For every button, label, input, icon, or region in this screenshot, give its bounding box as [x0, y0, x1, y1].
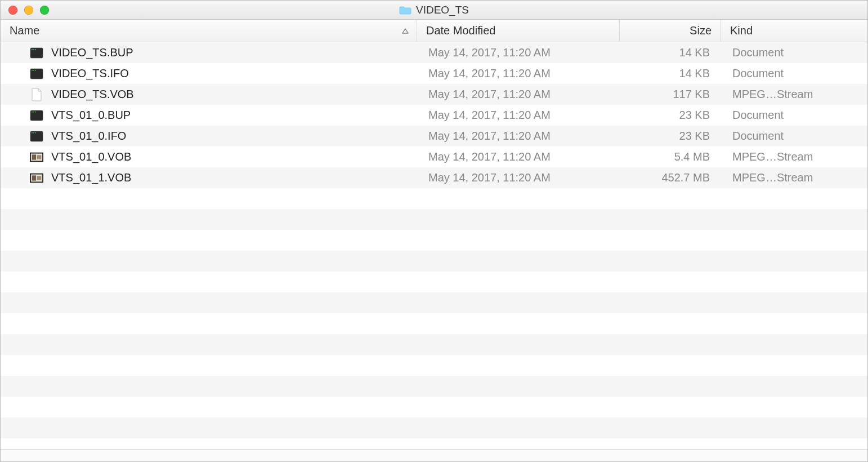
file-row[interactable]: VTS_01_1.VOBMay 14, 2017, 11:20 AM452.7 …	[1, 167, 867, 188]
file-row[interactable]: VIDEO_TS.VOBMay 14, 2017, 11:20 AM117 KB…	[1, 84, 867, 105]
column-header-date[interactable]: Date Modified	[417, 20, 620, 42]
column-header-name[interactable]: Name	[1, 20, 417, 42]
file-size: 5.4 MB	[620, 150, 721, 163]
file-icon	[30, 150, 43, 164]
file-date: May 14, 2017, 11:20 AM	[417, 109, 620, 122]
svg-rect-1	[32, 49, 33, 50]
file-name: VIDEO_TS.VOB	[51, 88, 134, 101]
file-kind: MPEG…Stream	[721, 171, 867, 184]
file-size: 23 KB	[620, 130, 721, 143]
svg-rect-10	[33, 112, 34, 112]
folder-icon	[399, 6, 411, 15]
file-date: May 14, 2017, 11:20 AM	[417, 150, 620, 163]
empty-row	[1, 230, 867, 251]
empty-row	[1, 292, 867, 313]
file-kind: Document	[721, 109, 867, 122]
file-date: May 14, 2017, 11:20 AM	[417, 67, 620, 80]
file-date: May 14, 2017, 11:20 AM	[417, 88, 620, 101]
column-header-kind-label: Kind	[730, 24, 753, 37]
svg-rect-23	[37, 176, 41, 180]
svg-rect-15	[35, 132, 36, 133]
svg-rect-11	[35, 112, 36, 112]
empty-row	[1, 272, 867, 292]
file-row[interactable]: VTS_01_0.IFOMay 14, 2017, 11:20 AM23 KBD…	[1, 126, 867, 146]
empty-row	[1, 334, 867, 355]
file-row[interactable]: VIDEO_TS.IFOMay 14, 2017, 11:20 AM14 KBD…	[1, 63, 867, 84]
file-name: VTS_01_0.BUP	[51, 109, 131, 122]
svg-rect-5	[32, 70, 33, 70]
file-name: VTS_01_0.IFO	[51, 130, 126, 143]
column-header-row: Name Date Modified Size Kind	[1, 20, 867, 42]
file-size: 452.7 MB	[620, 171, 721, 184]
file-date: May 14, 2017, 11:20 AM	[417, 171, 620, 184]
file-kind: Document	[721, 46, 867, 59]
status-bar	[1, 449, 867, 461]
file-icon	[30, 88, 43, 101]
file-kind: MPEG…Stream	[721, 88, 867, 101]
column-header-kind[interactable]: Kind	[721, 20, 867, 42]
traffic-lights	[1, 6, 49, 15]
svg-rect-7	[35, 70, 36, 70]
file-kind: Document	[721, 130, 867, 143]
column-header-size[interactable]: Size	[620, 20, 721, 42]
file-date: May 14, 2017, 11:20 AM	[417, 46, 620, 59]
svg-rect-22	[32, 175, 36, 180]
empty-row	[1, 417, 867, 438]
file-kind: Document	[721, 67, 867, 80]
close-window-button[interactable]	[8, 6, 17, 15]
file-name: VTS_01_0.VOB	[51, 150, 131, 163]
titlebar[interactable]: VIDEO_TS	[1, 1, 867, 20]
file-icon	[30, 67, 43, 81]
file-name: VTS_01_1.VOB	[51, 171, 131, 184]
svg-rect-9	[32, 112, 33, 112]
file-row[interactable]: VIDEO_TS.BUPMay 14, 2017, 11:20 AM14 KBD…	[1, 42, 867, 63]
empty-row	[1, 355, 867, 376]
column-header-name-label: Name	[10, 24, 39, 37]
file-name: VIDEO_TS.BUP	[51, 46, 133, 59]
svg-rect-3	[35, 49, 36, 50]
file-size: 117 KB	[620, 88, 721, 101]
file-name: VIDEO_TS.IFO	[51, 67, 129, 80]
svg-rect-6	[33, 70, 34, 70]
empty-row	[1, 209, 867, 230]
window-title: VIDEO_TS	[1, 4, 867, 16]
zoom-window-button[interactable]	[40, 6, 49, 15]
svg-rect-13	[32, 132, 33, 133]
file-date: May 14, 2017, 11:20 AM	[417, 130, 620, 143]
sort-ascending-icon	[402, 26, 409, 36]
file-icon	[30, 171, 43, 185]
svg-rect-14	[33, 132, 34, 133]
file-size: 14 KB	[620, 46, 721, 59]
empty-row	[1, 251, 867, 272]
window-title-text: VIDEO_TS	[416, 4, 469, 16]
column-header-size-label: Size	[690, 24, 712, 37]
empty-row	[1, 397, 867, 417]
file-size: 23 KB	[620, 109, 721, 122]
svg-rect-18	[32, 154, 36, 159]
file-icon	[30, 46, 43, 60]
svg-rect-19	[37, 155, 41, 159]
file-size: 14 KB	[620, 67, 721, 80]
file-icon	[30, 109, 43, 122]
empty-row	[1, 313, 867, 334]
svg-rect-2	[33, 49, 34, 50]
file-icon	[30, 130, 43, 143]
file-list[interactable]: VIDEO_TS.BUPMay 14, 2017, 11:20 AM14 KBD…	[1, 42, 867, 449]
minimize-window-button[interactable]	[24, 6, 33, 15]
file-kind: MPEG…Stream	[721, 150, 867, 163]
column-header-date-label: Date Modified	[426, 24, 495, 37]
finder-window: VIDEO_TS Name Date Modified Size Kind VI…	[0, 0, 868, 462]
empty-row	[1, 188, 867, 209]
empty-row	[1, 376, 867, 397]
file-row[interactable]: VTS_01_0.VOBMay 14, 2017, 11:20 AM5.4 MB…	[1, 146, 867, 167]
file-row[interactable]: VTS_01_0.BUPMay 14, 2017, 11:20 AM23 KBD…	[1, 105, 867, 126]
